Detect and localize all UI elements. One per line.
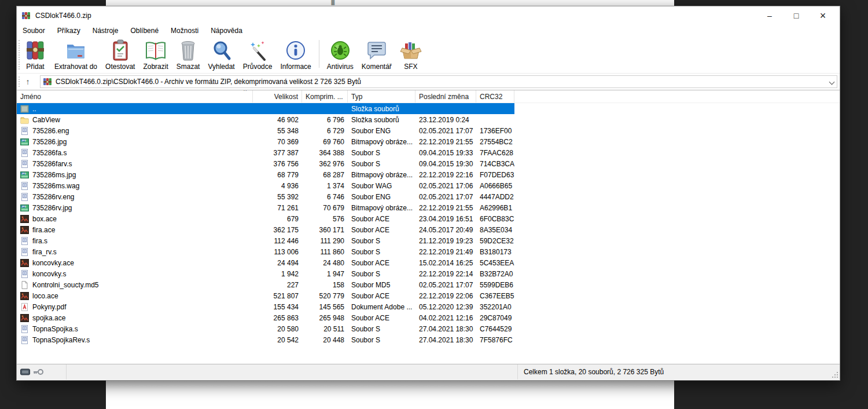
doc-icon bbox=[20, 270, 29, 278]
toolbar-button-comment[interactable]: Komentář bbox=[358, 38, 396, 71]
archive-add-icon bbox=[24, 39, 46, 62]
ace-icon bbox=[20, 215, 29, 223]
key-icon[interactable] bbox=[33, 368, 43, 375]
file-mod-cell: 22.12.2019 22:14 bbox=[415, 268, 476, 279]
file-name-cell: 735286farv.s bbox=[17, 158, 253, 169]
file-mod-cell: 22.12.2019 21:49 bbox=[415, 246, 476, 257]
toolbar-button-label: Antivirus bbox=[327, 63, 354, 71]
table-row[interactable]: 735286rv.eng55 3926 746Soubor ENG02.05.2… bbox=[17, 191, 514, 202]
column-header-packed[interactable]: Komprim. ... bbox=[302, 90, 348, 103]
table-row[interactable]: box.ace679576Soubor ACE23.04.2019 16:516… bbox=[17, 213, 514, 224]
file-size-cell: 68 779 bbox=[253, 169, 302, 180]
wizard-wand-icon bbox=[247, 39, 269, 62]
table-row[interactable]: Pokyny.pdf155 434145 565Dokument Adobe .… bbox=[17, 301, 514, 312]
sort-ascending-icon: ^ bbox=[244, 90, 247, 94]
table-row[interactable]: ..Složka souborů bbox=[17, 103, 514, 114]
file-name-cell: Pokyny.pdf bbox=[17, 301, 253, 312]
table-row[interactable]: CabView46 9026 796Složka souborů23.12.20… bbox=[17, 114, 514, 125]
menu-prikazy[interactable]: Příkazy bbox=[57, 27, 80, 35]
table-row[interactable]: TopnaSpojka.s20 58020 511Soubor S27.04.2… bbox=[17, 323, 514, 334]
toolbar-button-find[interactable]: Vyhledat bbox=[204, 38, 238, 71]
column-header-modified[interactable]: Poslední změna bbox=[415, 90, 476, 103]
menu-napoveda[interactable]: Nápověda bbox=[211, 27, 242, 35]
minimize-button[interactable]: – bbox=[756, 6, 783, 25]
table-row[interactable]: koncovky.s1 9421 947Soubor S22.12.2019 2… bbox=[17, 268, 514, 279]
file-name-label: spojka.ace bbox=[32, 314, 65, 322]
toolbar-button-info[interactable]: Informace bbox=[276, 38, 315, 71]
toolbar-button-antivirus[interactable]: Antivirus bbox=[323, 38, 358, 71]
file-name-cell: .. bbox=[17, 103, 253, 114]
maximize-button[interactable]: □ bbox=[783, 6, 810, 25]
table-row[interactable]: fira.ace362 175360 171Soubor ACE24.05.20… bbox=[17, 224, 514, 235]
table-row[interactable]: Kontrolni_soucty.md5227158Soubor MD502.0… bbox=[17, 279, 514, 290]
toolbar-button-extract[interactable]: Extrahovat do bbox=[50, 38, 101, 71]
antivirus-bug-icon bbox=[329, 39, 351, 62]
file-size-cell: 20 580 bbox=[253, 323, 302, 334]
column-header-crc32[interactable]: CRC32 bbox=[476, 90, 514, 103]
file-mod-cell: 02.05.2021 17:07 bbox=[415, 125, 476, 136]
file-crc-cell: 8A35E034 bbox=[476, 224, 514, 235]
table-row[interactable]: koncovky.ace24 49424 480Soubor ACE15.02.… bbox=[17, 257, 514, 268]
toolbar-button-test[interactable]: Otestovat bbox=[101, 38, 139, 71]
file-type-cell: Soubor S bbox=[348, 235, 415, 246]
table-row[interactable]: fira.s112 446111 290Soubor S21.12.2019 1… bbox=[17, 235, 514, 246]
table-row[interactable]: 735286farv.s376 756362 976Soubor S09.04.… bbox=[17, 158, 514, 169]
file-name-cell: spojka.ace bbox=[17, 312, 253, 323]
menu-nastroje[interactable]: Nástroje bbox=[93, 27, 119, 35]
toolbar-button-label: Zobrazit bbox=[143, 63, 168, 71]
table-row[interactable]: JPG735286rv.jpg71 26170 679Bitmapový obr… bbox=[17, 202, 514, 213]
file-name-label: 735286farv.s bbox=[32, 160, 72, 168]
table-row[interactable]: fira_rv.s113 006111 860Soubor S22.12.201… bbox=[17, 246, 514, 257]
table-row[interactable]: loco.ace521 807520 779Soubor ACE22.12.20… bbox=[17, 290, 514, 301]
toolbar-button-wizard[interactable]: Průvodce bbox=[239, 38, 277, 71]
file-packed-cell: 69 760 bbox=[302, 136, 348, 147]
toolbar-button-sfx[interactable]: SFX bbox=[396, 38, 426, 71]
column-header-size[interactable]: Velikost bbox=[253, 90, 302, 103]
toolbar-button-view[interactable]: Zobrazit bbox=[139, 38, 172, 71]
winrar-books-icon bbox=[21, 11, 31, 20]
menu-bar: Soubor Příkazy Nástroje Oblíbené Možnost… bbox=[17, 25, 840, 36]
column-header-type[interactable]: Typ bbox=[348, 90, 415, 103]
title-bar: CSDlokT466.0.zip – □ × bbox=[17, 6, 840, 25]
disk-icon[interactable] bbox=[20, 368, 30, 375]
chevron-down-icon[interactable] bbox=[830, 80, 834, 85]
jpg-icon: JPG bbox=[20, 138, 29, 146]
delete-trash-icon bbox=[177, 39, 199, 62]
file-size-cell: 24 494 bbox=[253, 257, 302, 268]
ace-icon bbox=[20, 314, 29, 322]
file-crc-cell: F07DED63 bbox=[476, 169, 514, 180]
view-book-icon bbox=[145, 39, 167, 62]
file-name-cell: 735286.eng bbox=[17, 125, 253, 136]
svg-text:JPG: JPG bbox=[21, 172, 26, 175]
file-packed-cell: 360 171 bbox=[302, 224, 348, 235]
menu-moznosti[interactable]: Možnosti bbox=[171, 27, 198, 35]
toolbar-button-add[interactable]: Přidat bbox=[20, 38, 50, 71]
jpg-icon: JPG bbox=[20, 171, 29, 179]
up-directory-button[interactable]: ↑ bbox=[20, 75, 35, 88]
toolbar-button-delete[interactable]: Smazat bbox=[172, 38, 204, 71]
table-row[interactable]: 735286.eng55 3486 729Soubor ENG02.05.202… bbox=[17, 125, 514, 136]
table-row[interactable]: JPG735286.jpg70 36969 760Bitmapový obráz… bbox=[17, 136, 514, 147]
table-row[interactable]: TopnaSpojkaRev.s20 54220 448Soubor S27.0… bbox=[17, 334, 514, 345]
menu-oblibene[interactable]: Oblíbené bbox=[130, 27, 159, 35]
close-button[interactable]: × bbox=[810, 6, 836, 25]
status-total-text: Celkem 1 složka, 20 souborů, 2 726 325 B… bbox=[518, 364, 840, 379]
table-row[interactable]: 735286fa.s377 387364 388Soubor S09.04.20… bbox=[17, 147, 514, 158]
address-combo[interactable]: CSDlokT466.0.zip\CSDlokT466.0 - Archiv v… bbox=[40, 75, 837, 88]
svg-text:JPG: JPG bbox=[21, 139, 26, 142]
file-name-cell: box.ace bbox=[17, 213, 253, 224]
file-name-cell: JPG735286rv.jpg bbox=[17, 202, 253, 213]
column-header-name[interactable]: Jméno ^ bbox=[17, 90, 253, 103]
file-crc-cell: 27554BC2 bbox=[476, 136, 514, 147]
resize-grip[interactable] bbox=[831, 371, 838, 378]
file-name-label: koncovky.ace bbox=[32, 259, 74, 267]
table-row[interactable]: spojka.ace265 863265 948Soubor ACE04.02.… bbox=[17, 312, 514, 323]
table-row[interactable]: JPG735286ms.jpg68 77968 287Bitmapový obr… bbox=[17, 169, 514, 180]
archive-path-text: CSDlokT466.0.zip\CSDlokT466.0 - Archiv v… bbox=[56, 78, 361, 86]
table-row[interactable]: 735286ms.wag4 9361 374Soubor WAG02.05.20… bbox=[17, 180, 514, 191]
file-packed-cell: 158 bbox=[302, 279, 348, 290]
file-mod-cell bbox=[415, 103, 476, 114]
file-type-cell: Soubor WAG bbox=[348, 180, 415, 191]
file-size-cell: 362 175 bbox=[253, 224, 302, 235]
menu-soubor[interactable]: Soubor bbox=[23, 27, 45, 35]
